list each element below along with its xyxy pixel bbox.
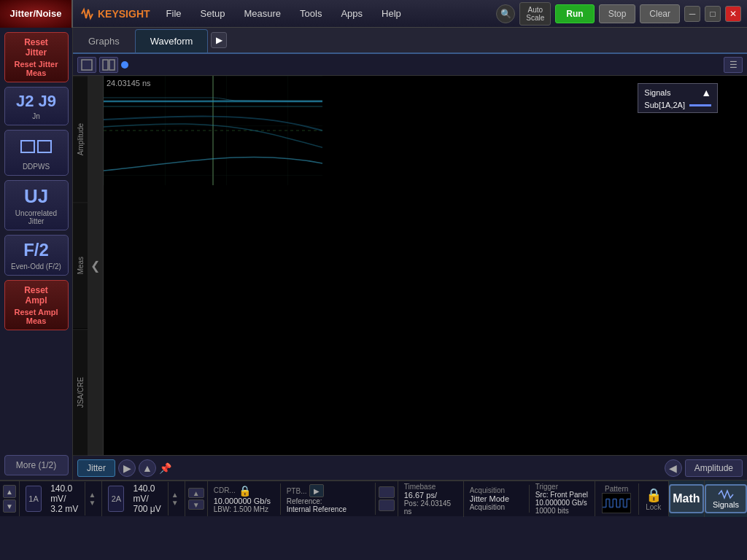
acquisition-mode: Jitter Mode [470, 494, 523, 503]
run-button[interactable]: Run [555, 4, 594, 23]
channel-dot [121, 61, 128, 69]
clear-button[interactable]: Clear [640, 4, 680, 23]
timebase-block[interactable]: Timebase 16.67 ps/ Pos: 24.03145 ns [398, 481, 464, 517]
stop-button[interactable]: Stop [599, 4, 636, 23]
jitter-play-button[interactable]: ▶ [118, 459, 136, 477]
waveform-menu-button[interactable]: ☰ [724, 57, 743, 73]
cdr-header: CDR... 🔒 [214, 485, 274, 497]
tab-waveform[interactable]: Waveform [135, 29, 209, 52]
ch2-val1: 140.0 mV/ [133, 483, 161, 504]
keysight-logo: KEYSIGHT [73, 7, 158, 21]
jn-button[interactable]: J2 J9 Jn [4, 87, 69, 125]
minimize-button[interactable]: ─ [684, 6, 700, 22]
reset-amplitude-label: Reset AmplMeas [8, 308, 65, 325]
signals-title: Signals [644, 88, 670, 97]
f2-label: Even-Odd (F/2) [8, 262, 65, 271]
menu-apps[interactable]: Apps [332, 4, 371, 23]
tab-area: Graphs Waveform ▶ ☰ Ampl [73, 28, 747, 480]
waveform-play-button[interactable]: ▶ [211, 32, 227, 48]
maximize-button[interactable]: □ [705, 6, 721, 22]
reset-amplitude-button[interactable]: ResetAmpl Reset AmplMeas [4, 280, 69, 330]
bottom-toolbar: Jitter ▶ ▲ 📌 ◀ Amplitude [73, 455, 747, 480]
trigger-arrows: ▲ ▼ [185, 481, 208, 516]
scroll-up-button[interactable]: ▲ [139, 459, 156, 477]
ch1-indicator[interactable]: 1A [26, 486, 42, 512]
pin-button[interactable]: 📌 [159, 462, 171, 474]
lock-block[interactable]: 🔒 Lock [639, 481, 669, 516]
grid-dual-button[interactable] [99, 57, 118, 73]
f2-icon: F/2 [8, 240, 65, 261]
menu-setup[interactable]: Setup [192, 4, 234, 23]
cdr-block[interactable]: CDR... 🔒 10.000000 Gb/s LBW: 1.500 MHz [208, 483, 281, 515]
waveform-grid[interactable]: TJ Histogram ◄ F1 24.03145 ns Sig [104, 76, 747, 455]
uj-button[interactable]: UJ UncorrelatedJitter [4, 180, 69, 230]
status-bar: ▲ ▼ 1A 140.0 mV/ 3.2 mV ▲ ▼ 2A 140.0 mV/… [0, 480, 747, 516]
signals-chevron-icon[interactable]: ▲ [701, 87, 711, 98]
signals-button[interactable]: Signals [705, 484, 747, 513]
tab-graphs[interactable]: Graphs [73, 29, 135, 52]
reset-jitter-label: Reset JitterMeas [8, 60, 65, 77]
autoscale-button[interactable]: Auto Scale [519, 2, 551, 26]
signal-entry: Sub[1A,2A] [644, 101, 711, 109]
time-label: 24.03145 ns [107, 79, 151, 88]
trigger-block[interactable]: Trigger Src: Front Panel 10.000000 Gb/s … [530, 481, 595, 516]
reset-jitter-button[interactable]: ResetJitter Reset JitterMeas [4, 32, 69, 82]
pattern-block[interactable]: Pattern [595, 483, 639, 515]
app-title: Jitter/Noise [10, 8, 62, 19]
acquisition-block[interactable]: Acquisition Jitter Mode Acquisition [464, 485, 530, 513]
ch2-up-arrow[interactable]: ▲ [171, 491, 179, 499]
ch1-up-arrow[interactable]: ▲ [88, 491, 96, 499]
menu-tools[interactable]: Tools [291, 4, 330, 23]
ptb-btn2[interactable] [379, 499, 395, 511]
jsa-axis-label: JSA/CRE [73, 329, 88, 455]
more-button[interactable]: More (1/2) [4, 455, 69, 475]
svg-rect-5 [103, 60, 108, 70]
menu-file[interactable]: File [158, 4, 190, 23]
math-block[interactable]: Math [669, 481, 705, 517]
scroll-left-button[interactable]: ◀ [665, 459, 682, 477]
svg-rect-1 [38, 141, 51, 152]
search-button[interactable]: 🔍 [496, 4, 515, 23]
svg-rect-6 [109, 60, 115, 70]
jitter-section-button[interactable]: Jitter [77, 459, 115, 477]
trig-down-button[interactable]: ▼ [188, 499, 204, 510]
amplitude-section-button[interactable]: Amplitude [685, 459, 743, 477]
math-button[interactable]: Math [669, 484, 704, 513]
grid-single-button[interactable] [77, 57, 96, 73]
main-content: ResetJitter Reset JitterMeas J2 J9 Jn DD… [0, 28, 747, 480]
ch2-indicator[interactable]: 2A [108, 486, 124, 512]
ch2-arrows: ▲ ▼ [169, 491, 182, 507]
ch1-val1: 140.0 mV/ [50, 483, 79, 504]
acquisition-acq: Acquisition [470, 503, 523, 511]
pattern-label: Pattern [605, 485, 628, 493]
ch1-arrows: ▲ ▼ [85, 491, 98, 507]
ch2-block: 2A 140.0 mV/ 700 μV ▲ ▼ [102, 481, 185, 516]
ch2-down-arrow[interactable]: ▼ [171, 499, 179, 507]
f2-button[interactable]: F/2 Even-Odd (F/2) [4, 235, 69, 276]
single-grid-icon [80, 58, 93, 71]
menu-measure[interactable]: Measure [236, 4, 290, 23]
ch1-down-arrow[interactable]: ▼ [88, 499, 96, 507]
trig-up-button[interactable]: ▲ [188, 488, 204, 498]
ptb-block[interactable]: PTB... ▶ Reference: Internal Reference [281, 483, 376, 515]
svg-rect-4 [82, 60, 92, 70]
status-up-button[interactable]: ▲ [3, 485, 16, 498]
ch2-values: 140.0 mV/ 700 μV [127, 482, 168, 516]
status-down-button[interactable]: ▼ [3, 499, 16, 513]
menu-help[interactable]: Help [373, 4, 410, 23]
signals-btn-block[interactable]: Signals [705, 481, 747, 517]
cdr-lbw: LBW: 1.500 MHz [214, 505, 274, 513]
signal-color-line [689, 104, 711, 106]
signals-legend: Signals ▲ Sub[1A,2A] [638, 83, 718, 113]
ptb-settings-button[interactable]: ▶ [309, 484, 324, 497]
trigger-src: Src: Front Panel [535, 491, 589, 499]
ptb-intref: Internal Reference [287, 505, 369, 513]
ptb-btn1[interactable] [379, 486, 395, 498]
collapse-button[interactable]: ❮ [88, 76, 104, 455]
dual-grid-icon [102, 58, 115, 71]
ddpws-button[interactable]: DDPWS [4, 130, 69, 176]
waveform-toolbar: ☰ [73, 54, 747, 76]
ptb-title: PTB... [287, 487, 307, 495]
close-button[interactable]: ✕ [725, 6, 741, 22]
cdr-val: 10.000000 Gb/s [214, 497, 274, 505]
